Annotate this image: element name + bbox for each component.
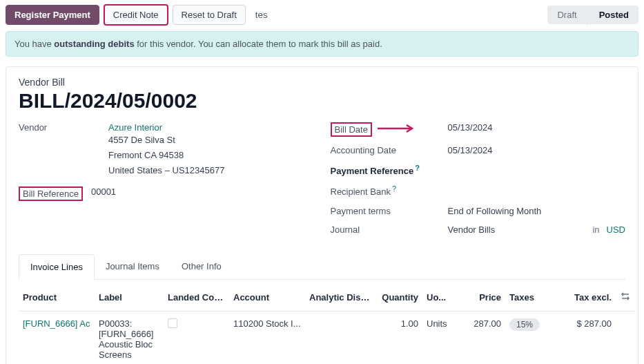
credit-note-button[interactable]: Credit Note	[104, 4, 168, 26]
outstanding-debits-alert[interactable]: You have outstanding debits for this ven…	[6, 31, 638, 57]
reset-to-draft-button[interactable]: Reset to Draft	[173, 5, 246, 25]
cell-account: 110200 Stock I...	[229, 311, 305, 364]
status-bar: Draft Posted	[547, 6, 638, 24]
cell-quantity: 1.00	[374, 311, 422, 364]
th-settings[interactable]	[616, 284, 635, 312]
register-payment-button[interactable]: Register Payment	[6, 5, 99, 25]
recipient-bank-label: Recipient Bank	[331, 187, 391, 198]
journal-currency[interactable]: USD	[607, 224, 625, 235]
payment-terms-label: Payment terms	[331, 206, 448, 216]
status-draft[interactable]: Draft	[547, 6, 586, 24]
cell-tax-excl: $ 287.00	[554, 311, 616, 364]
alert-bold: outstanding debits	[54, 39, 134, 49]
tab-journal-items[interactable]: Journal Items	[95, 254, 170, 279]
tab-other-info[interactable]: Other Info	[170, 254, 233, 279]
tes-button[interactable]: tes	[250, 6, 273, 24]
help-icon[interactable]: ?	[415, 164, 420, 172]
tab-invoice-lines[interactable]: Invoice Lines	[19, 254, 95, 280]
payment-terms-value[interactable]: End of Following Month	[448, 206, 626, 216]
cell-analytic	[305, 311, 374, 364]
landed-checkbox[interactable]	[168, 318, 177, 328]
arrow-icon	[376, 124, 418, 135]
th-account[interactable]: Account	[229, 284, 305, 312]
cell-taxes: 15%	[505, 311, 554, 364]
vendor-label: Vendor	[19, 122, 108, 133]
vendor-address: 4557 De Silva St Fremont CA 94538 United…	[108, 133, 314, 178]
doc-name: BILL/2024/05/0002	[19, 89, 625, 113]
addr-line3: United States – US12345677	[108, 163, 314, 178]
table-row[interactable]: [FURN_6666] Aco P00033: [FURN_6666] Acou…	[19, 311, 635, 364]
bill-date-label: Bill Date	[331, 122, 372, 137]
cell-landed[interactable]	[164, 311, 229, 364]
cell-label: P00033: [FURN_6666] Acoustic Bloc Screen…	[95, 311, 164, 364]
journal-in-text: in	[592, 224, 599, 235]
th-taxes[interactable]: Taxes	[505, 284, 554, 312]
help-icon[interactable]: ?	[392, 184, 396, 193]
addr-line1: 4557 De Silva St	[108, 133, 314, 148]
cell-price: 287.00	[457, 311, 505, 364]
accounting-date-value: 05/13/2024	[448, 145, 626, 155]
cell-uom: Units	[422, 311, 457, 364]
alert-suffix: for this vendor. You can allocate them t…	[135, 39, 382, 49]
bill-reference-label: Bill Reference	[19, 186, 83, 201]
th-landed-costs[interactable]: Landed Costs	[164, 284, 229, 312]
th-product[interactable]: Product	[19, 284, 95, 312]
status-posted[interactable]: Posted	[587, 6, 638, 24]
vendor-link[interactable]: Azure Interior	[108, 122, 314, 133]
alert-prefix: You have	[14, 39, 54, 49]
th-quantity[interactable]: Quantity	[374, 284, 422, 312]
columns-settings-icon[interactable]	[620, 291, 631, 302]
addr-line2: Fremont CA 94538	[108, 148, 314, 163]
journal-label: Journal	[331, 224, 448, 235]
th-tax-excl[interactable]: Tax excl.	[554, 284, 616, 312]
th-label[interactable]: Label	[95, 284, 164, 312]
bill-reference-value: 00001	[91, 186, 314, 197]
th-uom[interactable]: Uo...	[422, 284, 457, 312]
cell-product[interactable]: [FURN_6666] Aco	[23, 318, 90, 329]
accounting-date-label: Accounting Date	[331, 145, 448, 155]
payment-reference-label: Payment Reference	[331, 166, 414, 176]
journal-value: Vendor Bills	[448, 224, 496, 235]
bill-date-value: 05/13/2024	[448, 122, 626, 133]
th-analytic[interactable]: Analytic Dist...	[305, 284, 374, 312]
tax-tag: 15%	[509, 318, 540, 331]
th-price[interactable]: Price	[457, 284, 505, 312]
doc-type-label: Vendor Bill	[19, 77, 625, 88]
